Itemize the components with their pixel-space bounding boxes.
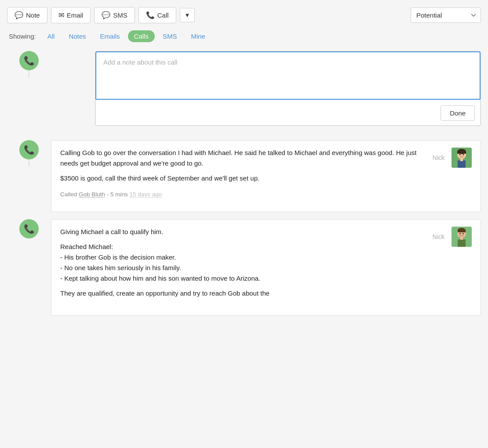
call-card-header-1: Calling Gob to go over the conversation …	[60, 148, 472, 199]
sms-button-label: SMS	[113, 11, 127, 19]
phone-icon-1: 📞	[24, 145, 35, 155]
call-card-meta-1: Called Gob Bluth - 5 mins 15 days ago	[60, 190, 426, 199]
svg-rect-15	[460, 238, 463, 240]
call-card-body-1: Calling Gob to go over the conversation …	[60, 148, 426, 199]
toolbar: 💬 Note ✉ Email 💬 SMS 📞 Call ▼ Potential	[7, 7, 481, 23]
timeline-icon-container-1: 📞	[7, 140, 51, 159]
svg-point-4	[459, 154, 461, 155]
svg-rect-3	[457, 152, 466, 154]
email-button[interactable]: ✉ Email	[51, 7, 91, 23]
timeline-phone-dot-1: 📞	[19, 140, 39, 159]
timeline-phone-dot-2: 📞	[19, 219, 39, 238]
svg-point-5	[463, 154, 464, 155]
call-author-1: Nick	[433, 154, 444, 161]
call-card-1: Calling Gob to go over the conversation …	[51, 140, 481, 212]
filter-all[interactable]: All	[41, 30, 61, 42]
phone-icon-2: 📞	[24, 224, 35, 234]
call-contact-1[interactable]: Gob Bluth	[79, 191, 105, 198]
svg-point-13	[463, 233, 464, 234]
sms-button[interactable]: 💬 SMS	[94, 7, 135, 23]
sms-icon: 💬	[102, 11, 110, 19]
filter-sms[interactable]: SMS	[157, 30, 183, 42]
svg-point-12	[459, 233, 461, 234]
status-select[interactable]: Potential	[411, 7, 481, 23]
call-item-2: 📞 Giving Michael a call to qualify him. …	[7, 219, 481, 316]
timeline-connector-1	[29, 159, 29, 166]
note-input-row: 📞 Done	[7, 51, 481, 133]
email-button-label: Email	[67, 11, 84, 19]
filter-mine[interactable]: Mine	[185, 30, 211, 42]
avatar-2	[452, 227, 472, 247]
call-button-label: Call	[157, 11, 169, 19]
done-button[interactable]: Done	[441, 105, 475, 121]
avatar-1	[452, 148, 472, 168]
timeline-connector-input	[29, 70, 29, 77]
call-card-2: Giving Michael a call to qualify him. Re…	[51, 219, 481, 316]
timeline-icon-container-input: 📞	[7, 51, 51, 70]
call-icon: 📞	[146, 11, 155, 19]
note-input-card: Done	[95, 51, 481, 126]
note-button-label: Note	[26, 11, 40, 19]
call-card-body-2: Giving Michael a call to qualify him. Re…	[60, 227, 269, 303]
showing-label: Showing:	[9, 33, 36, 40]
timeline: 📞 Done 📞	[7, 51, 481, 316]
svg-rect-14	[458, 239, 466, 247]
filter-emails[interactable]: Emails	[94, 30, 126, 42]
call-time-1: 15 days ago	[130, 191, 162, 198]
timeline-icon-container-2: 📞	[7, 219, 51, 238]
call-button[interactable]: 📞 Call	[138, 7, 176, 23]
call-text-1a: Calling Gob to go over the conversation …	[60, 148, 426, 169]
phone-icon-input: 📞	[24, 55, 35, 66]
call-text-1b: $3500 is good, call the third week of Se…	[60, 173, 426, 184]
filter-bar: Showing: All Notes Emails Calls SMS Mine	[7, 30, 481, 42]
call-item-1: 📞 Calling Gob to go over the conversatio…	[7, 140, 481, 212]
call-card-header-2: Giving Michael a call to qualify him. Re…	[60, 227, 472, 303]
call-author-2: Nick	[433, 233, 444, 240]
call-header-right-2: Nick	[433, 227, 472, 247]
note-textarea[interactable]	[95, 51, 481, 100]
note-actions: Done	[95, 101, 481, 126]
timeline-phone-dot-input: 📞	[19, 51, 39, 70]
call-text-2c: They are qualified, create an opportunit…	[60, 288, 269, 299]
note-icon: 💬	[15, 11, 23, 19]
call-text-2b: Reached Michael:- His brother Gob is the…	[60, 242, 269, 284]
call-text-2a: Giving Michael a call to qualify him.	[60, 227, 269, 237]
filter-calls[interactable]: Calls	[128, 30, 155, 42]
svg-rect-6	[458, 160, 466, 168]
filter-notes[interactable]: Notes	[62, 30, 92, 42]
page-wrapper: 💬 Note ✉ Email 💬 SMS 📞 Call ▼ Potential …	[0, 0, 488, 448]
svg-rect-11	[458, 230, 466, 232]
note-button[interactable]: 💬 Note	[7, 7, 47, 23]
email-icon: ✉	[58, 11, 64, 19]
dropdown-arrow-button[interactable]: ▼	[180, 8, 195, 22]
call-header-right-1: Nick	[433, 148, 472, 168]
svg-rect-7	[460, 159, 463, 161]
